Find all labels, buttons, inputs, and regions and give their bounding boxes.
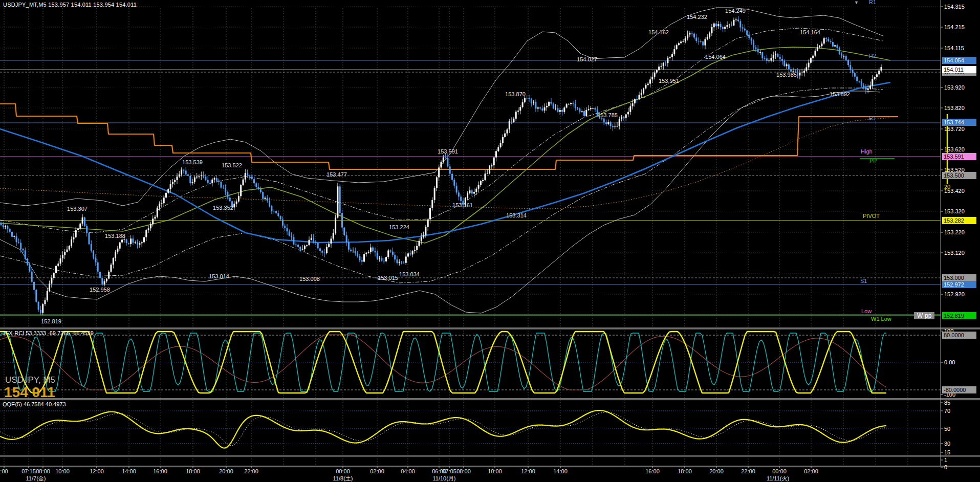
time-tick-label: 07:05	[442, 468, 456, 474]
price-badge-154011: 154.011	[942, 66, 976, 73]
price-tick-label: 85	[944, 400, 950, 406]
time-tick-label: 04:00	[401, 468, 415, 474]
swing-price-label: 153.188	[105, 233, 125, 239]
price-tick-label: 153.120	[944, 250, 965, 256]
price-badge-153282: 153.282	[942, 217, 976, 224]
weekly-pivot-badge: W-pp	[914, 312, 934, 319]
time-tick-label: 07:15	[21, 468, 36, 474]
price-badge-153000: 153.000	[942, 274, 976, 281]
price-tick-label: 153.220	[944, 229, 965, 235]
swing-price-label: 152.958	[90, 287, 110, 293]
swing-price-label: 153.314	[506, 212, 527, 218]
price-badge-153591: 153.591	[942, 153, 976, 160]
time-tick-label: 16:00	[645, 468, 660, 474]
time-tick-label: 14:00	[553, 468, 568, 474]
overlay-symbol-label: USDJPY, M5	[5, 375, 55, 385]
time-tick-label: 20:00	[709, 468, 724, 474]
swing-price-label: 153.785	[597, 112, 618, 118]
swing-price-label: 153.224	[389, 224, 409, 230]
swing-price-label: 153.522	[222, 162, 242, 168]
level-label-high: High	[861, 148, 873, 155]
time-tick-label: 16:00	[153, 468, 167, 474]
date-label: 11/8(土)	[333, 475, 353, 482]
price-tick-label: 153.920	[944, 84, 965, 91]
level-label-r2: R2	[869, 53, 876, 59]
price-tick-label: 154.215	[944, 24, 965, 30]
chart-title-quote: USDJPY_MT,M5 153.957 154.011 153.954 154…	[3, 2, 137, 8]
time-tick-label: 12:00	[521, 468, 535, 474]
level-label-s1: S1	[860, 278, 867, 284]
swing-price-label: 153.892	[830, 91, 850, 97]
swing-price-label: 153.870	[505, 91, 526, 97]
price-tick-label: 153.320	[944, 208, 965, 214]
swing-price-label: 153.034	[399, 271, 420, 277]
price-tick-label: 0.00	[944, 359, 955, 365]
trading-terminal-window: USDJPY_MT,M5 153.957 154.011 153.954 154…	[0, 0, 980, 482]
swing-price-label: 154.162	[648, 29, 669, 35]
price-tick-label: 50	[944, 426, 950, 432]
price-tick-label: 153.620	[944, 146, 965, 152]
time-tick-label: 02:00	[804, 468, 818, 474]
price-tick-label: 30	[944, 441, 950, 447]
price-tick-label: 154.115	[944, 45, 964, 51]
time-tick-label: 08:00	[456, 468, 471, 474]
price-badge-154054: 154.054	[942, 57, 976, 64]
swing-price-label: 153.307	[67, 206, 88, 212]
swing-price-label: 154.064	[705, 54, 726, 60]
price-badge--800000: -80.0000	[942, 386, 976, 393]
price-badge-152819: 152.819	[942, 312, 976, 319]
level-label-r1: R1	[869, 0, 876, 5]
chart-canvas[interactable]	[0, 0, 980, 482]
time-tick-label: 22:00	[244, 468, 258, 474]
time-tick-label: 00:00	[772, 468, 787, 474]
qqe-indicator-title: QQE(5) 46.7584 40.4973	[3, 401, 66, 407]
level-label-r1: R1	[869, 115, 876, 121]
time-tick-label: 14:00	[122, 468, 136, 474]
swing-price-label: 154.027	[577, 56, 597, 62]
overlay-price-label: 154 011	[4, 384, 55, 401]
level-label-pivot: PIVOT	[863, 213, 880, 219]
time-tick-label: 12:00	[90, 468, 104, 474]
price-tick-label: 1	[944, 457, 947, 463]
swing-price-label: 153.015	[378, 275, 398, 281]
swing-price-label: 154.232	[687, 14, 707, 20]
swing-price-label: 152.819	[41, 318, 61, 324]
price-tick-label: 0	[944, 464, 947, 470]
time-tick-label: 02:00	[370, 468, 384, 474]
date-label: 11/11(火)	[767, 475, 789, 482]
swing-price-label: 153.361	[452, 202, 473, 208]
price-tick-label: 153.820	[944, 105, 965, 111]
price-tick-label: 15	[944, 449, 950, 455]
swing-price-label: 154.164	[800, 29, 820, 35]
level-label-pp: PP	[869, 158, 877, 164]
time-tick-label: 00:00	[336, 468, 350, 474]
swing-price-label: 153.352	[213, 205, 233, 211]
swing-price-label: 153.985	[776, 72, 797, 78]
price-badge-152972: 152.972	[942, 281, 976, 288]
date-label: 11/7(金)	[26, 475, 46, 482]
price-tick-label: 70	[944, 408, 950, 414]
time-tick-label: 10:00	[55, 468, 70, 474]
time-tick-label: 18:00	[678, 468, 692, 474]
level-label-20: 20	[944, 184, 950, 190]
time-tick-label: 18:00	[186, 468, 200, 474]
swing-price-label: 153.539	[182, 159, 203, 165]
rci-indicator-title: JFX-RCI 53.3333 -69.7265 -66.4539	[3, 330, 94, 336]
price-tick-label: 153.720	[944, 126, 965, 132]
level-label-w1-low: W1 Low	[871, 316, 891, 322]
price-tick-label: 154.315	[944, 4, 965, 10]
time-tick-label: 22:00	[741, 468, 755, 474]
swing-price-label: 154.249	[725, 8, 746, 14]
price-tick-label: 152.920	[944, 291, 965, 297]
date-label: 11/10(月)	[432, 475, 455, 482]
swing-price-label: 153.591	[438, 148, 458, 155]
swing-price-label: 153.951	[659, 78, 679, 84]
price-badge-153744: 153.744	[942, 119, 976, 126]
price-badge-153500: 153.500	[942, 172, 976, 179]
price-badge-800000: 80.0000	[942, 332, 976, 339]
swing-price-label: 153.014	[209, 273, 229, 279]
scroll-to-end-icon[interactable]: ▼	[854, 0, 859, 5]
time-tick-label: :00	[0, 468, 8, 474]
swing-price-label: 153.477	[326, 171, 347, 178]
time-tick-label: 10:00	[488, 468, 502, 474]
